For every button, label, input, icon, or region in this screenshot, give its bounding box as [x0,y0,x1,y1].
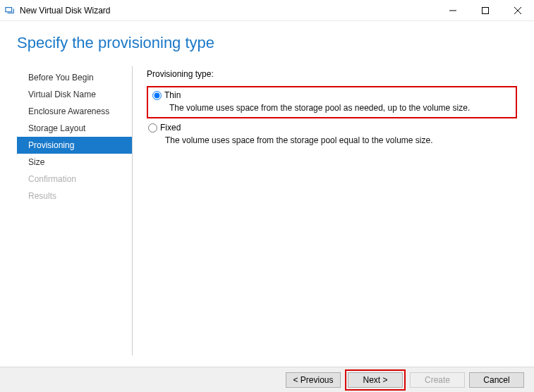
app-icon [4,5,16,16]
radio-fixed[interactable]: Fixed [148,123,517,133]
sidebar-item-results: Results [17,188,132,204]
section-label: Provisioning type: [147,69,517,79]
sidebar-item-size[interactable]: Size [17,154,132,171]
radio-thin[interactable]: Thin [152,90,511,100]
sidebar-item-before-you-begin[interactable]: Before You Begin [17,69,132,86]
radio-label: Thin [164,90,181,100]
sidebar-item-confirmation: Confirmation [17,171,132,188]
titlebar: New Virtual Disk Wizard [0,0,534,21]
svg-rect-2 [483,7,489,13]
close-button[interactable] [502,0,534,21]
next-button[interactable]: Next > [348,372,403,388]
sidebar-item-provisioning[interactable]: Provisioning [17,137,132,154]
main-panel: Provisioning type: ThinThe volume uses s… [133,66,517,355]
wizard-content: Specify the provisioning type Before You… [0,21,534,367]
previous-button[interactable]: < Previous [286,372,341,388]
next-button-highlight: Next > [345,369,406,391]
sidebar-item-storage-layout[interactable]: Storage Layout [17,120,132,137]
option-fixed: FixedThe volume uses space from the stor… [147,123,517,145]
radio-description: The volume uses space from the storage p… [165,135,517,145]
radio-input-fixed[interactable] [148,123,157,133]
radio-description: The volume uses space from the storage p… [169,103,511,113]
radio-label: Fixed [160,123,181,133]
option-thin: ThinThe volume uses space from the stora… [147,86,517,118]
cancel-button[interactable]: Cancel [469,372,524,388]
window-controls [437,0,534,21]
wizard-body: Before You BeginVirtual Disk NameEnclosu… [17,66,517,355]
footer: < Previous Next > Create Cancel [0,367,534,392]
svg-line-4 [514,7,521,14]
create-button: Create [410,372,465,388]
sidebar: Before You BeginVirtual Disk NameEnclosu… [17,66,133,355]
minimize-button[interactable] [437,0,469,21]
svg-rect-0 [6,7,12,11]
svg-line-3 [514,7,521,14]
window-title: New Virtual Disk Wizard [20,6,437,16]
sidebar-item-enclosure-awareness[interactable]: Enclosure Awareness [17,103,132,120]
radio-input-thin[interactable] [152,91,162,100]
page-title: Specify the provisioning type [17,34,517,52]
sidebar-item-virtual-disk-name[interactable]: Virtual Disk Name [17,86,132,103]
maximize-button[interactable] [469,0,502,21]
